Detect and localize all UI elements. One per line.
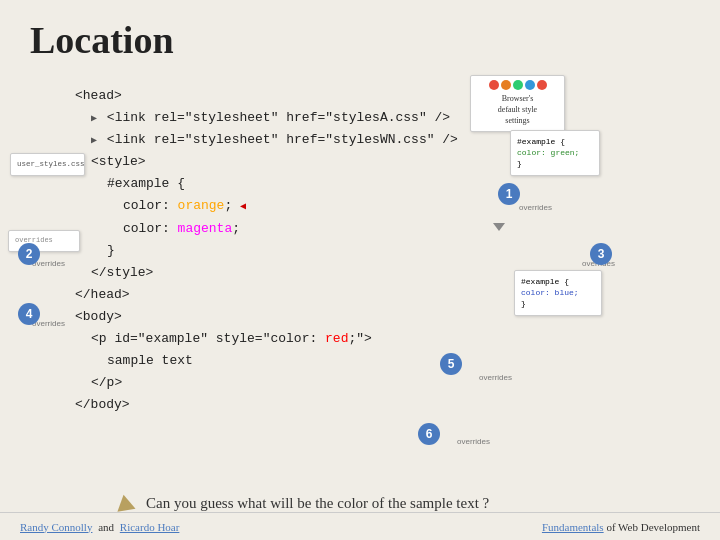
main-content: Browser's default style settings user_st… — [0, 75, 720, 505]
footer: Randy Connolly and Ricardo Hoar Fundamen… — [0, 512, 720, 540]
footer-authors: Randy Connolly and Ricardo Hoar — [20, 521, 179, 533]
code-line-13: sample text — [107, 350, 700, 372]
code-line-9: </style> — [91, 262, 700, 284]
arrow-icon: ▶ — [91, 110, 97, 127]
code-line-11: <body> — [75, 306, 700, 328]
code-area: <head> ▶ <link rel="stylesheet" href="st… — [20, 75, 700, 505]
code-line-3: ▶ <link rel="stylesheet" href="stylesWN.… — [91, 129, 700, 151]
arrow-icon-2: ▶ — [91, 132, 97, 149]
page-title: Location — [0, 0, 720, 70]
badge-6: 6 — [418, 423, 440, 445]
color-value-magenta: magenta — [178, 221, 233, 236]
footer-book-prefix[interactable]: Fundamentals — [542, 521, 604, 533]
code-line-10: </head> — [75, 284, 700, 306]
badge-1: 1 — [498, 183, 520, 205]
color-value-orange: orange — [178, 198, 225, 213]
badge-2: 2 — [18, 243, 40, 265]
color-value-red: red — [325, 331, 348, 346]
code-line-1: <head> — [75, 85, 700, 107]
code-line-14: </p> — [91, 372, 700, 394]
footer-book-suffix: of Web Development — [606, 521, 700, 533]
footer-author-2[interactable]: Ricardo Hoar — [120, 521, 180, 533]
badge-3: 3 — [590, 243, 612, 265]
code-line-7: color: magenta; — [123, 218, 700, 240]
code-line-2: ▶ <link rel="stylesheet" href="stylesA.c… — [91, 107, 700, 129]
code-line-12: <p id="example" style="color: red;"> — [91, 328, 700, 350]
badge-4: 4 — [18, 303, 40, 325]
footer-author-1[interactable]: Randy Connolly — [20, 521, 92, 533]
code-line-15: </body> — [75, 394, 700, 416]
badge-5: 5 — [440, 353, 462, 375]
code-line-5: #example { — [107, 173, 700, 195]
small-arrow: ◀ — [240, 198, 246, 215]
footer-book: Fundamentals of Web Development — [542, 521, 700, 533]
code-line-6: color: orange; ◀ — [123, 195, 700, 217]
code-line-4: <style> — [91, 151, 700, 173]
footer-and: and — [98, 521, 114, 533]
